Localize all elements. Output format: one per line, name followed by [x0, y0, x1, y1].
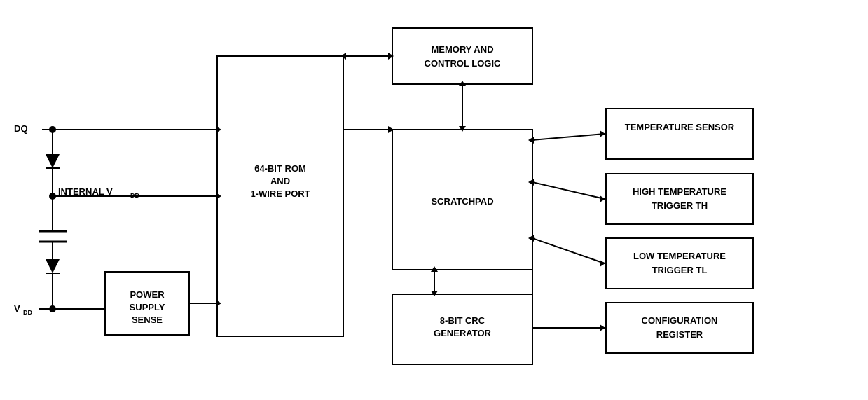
svg-text:REGISTER: REGISTER: [656, 329, 703, 340]
svg-marker-74: [600, 324, 605, 331]
svg-rect-14: [606, 174, 753, 224]
svg-text:TRIGGER  TH: TRIGGER TH: [652, 200, 708, 211]
svg-marker-32: [46, 154, 60, 168]
svg-text:AND: AND: [270, 176, 290, 186]
svg-text:LOW TEMPERATURE: LOW TEMPERATURE: [633, 251, 726, 261]
svg-text:CONFIGURATION: CONFIGURATION: [642, 315, 718, 326]
svg-text:DD: DD: [23, 309, 32, 316]
svg-rect-4: [392, 28, 532, 84]
svg-text:POWER: POWER: [130, 289, 165, 300]
svg-line-67: [532, 182, 605, 199]
svg-line-70: [532, 238, 605, 263]
svg-text:INTERNAL V: INTERNAL V: [58, 186, 113, 197]
diagram-svg: 64-BIT ROM AND 1-WIRE PORT MEMORY AND CO…: [0, 0, 868, 400]
svg-rect-12: [606, 109, 753, 159]
svg-marker-65: [600, 130, 605, 137]
svg-marker-68: [600, 195, 605, 202]
svg-text:SENSE: SENSE: [132, 315, 163, 325]
svg-text:HIGH TEMPERATURE: HIGH TEMPERATURE: [633, 186, 726, 197]
svg-text:TRIGGER  TL: TRIGGER TL: [652, 265, 708, 275]
svg-text:DQ: DQ: [14, 123, 28, 134]
svg-line-64: [532, 134, 605, 140]
svg-text:CONTROL LOGIC: CONTROL LOGIC: [425, 58, 501, 69]
svg-text:1-WIRE PORT: 1-WIRE PORT: [250, 188, 310, 199]
svg-text:MEMORY AND: MEMORY AND: [431, 44, 493, 55]
svg-text:8-BIT CRC: 8-BIT CRC: [440, 315, 485, 326]
svg-text:TEMPERATURE SENSOR: TEMPERATURE SENSOR: [625, 122, 735, 132]
svg-marker-44: [46, 259, 60, 273]
svg-text:V: V: [14, 303, 20, 314]
svg-rect-20: [606, 303, 753, 353]
svg-text:GENERATOR: GENERATOR: [434, 328, 491, 338]
svg-text:64-BIT ROM: 64-BIT ROM: [254, 163, 306, 174]
svg-text:SUPPLY: SUPPLY: [130, 302, 165, 312]
svg-rect-17: [606, 238, 753, 289]
svg-marker-71: [600, 260, 605, 267]
svg-text:SCRATCHPAD: SCRATCHPAD: [431, 196, 493, 207]
block-diagram: 64-BIT ROM AND 1-WIRE PORT MEMORY AND CO…: [0, 0, 868, 400]
